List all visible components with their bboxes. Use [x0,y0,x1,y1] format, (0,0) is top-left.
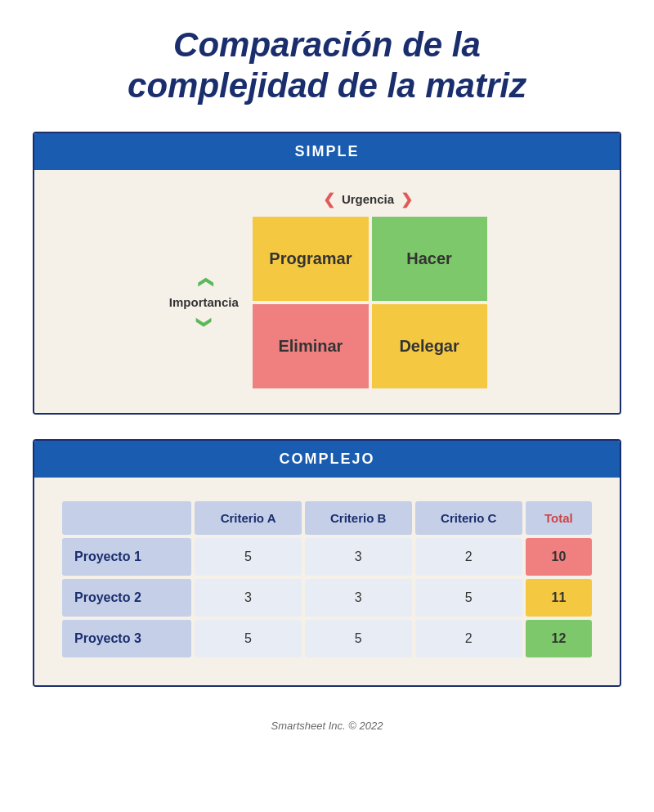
simple-section: SIMPLE ❮ Urgencia ❯ ❯ Importancia ❯ Prog… [33,132,621,415]
col-header-empty [62,501,191,535]
table-row: Proyecto 2 3 3 5 11 [62,579,592,617]
row2-criterio-b: 3 [305,579,412,617]
simple-header: SIMPLE [34,133,620,170]
table-row: Proyecto 3 5 5 2 12 [62,620,592,657]
row2-total: 11 [526,579,592,617]
col-header-criterio-a: Criterio A [195,501,301,535]
complex-section: COMPLEJO Criterio A Criterio B Criterio … [33,439,621,687]
col-header-total: Total [526,501,592,535]
row-label-proyecto2: Proyecto 2 [62,579,191,617]
complex-body: Criterio A Criterio B Criterio C Total P… [34,478,620,685]
importancia-label-container: ❯ Importancia ❯ [167,273,240,331]
row3-total: 12 [526,620,592,657]
row3-criterio-b: 5 [305,620,412,657]
row1-criterio-b: 3 [305,538,412,576]
complex-table: Criterio A Criterio B Criterio C Total P… [59,498,595,661]
col-header-criterio-b: Criterio B [305,501,412,535]
table-header-row: Criterio A Criterio B Criterio C Total [62,501,592,535]
cell-eliminar: Eliminar [253,304,368,388]
importancia-label: Importancia [169,295,239,309]
page-title: Comparación de la complejidad de la matr… [128,25,526,107]
row-label-proyecto1: Proyecto 1 [62,538,191,576]
row2-criterio-c: 5 [415,579,522,617]
matrix-with-importance: ❯ Importancia ❯ Programar Hacer Eliminar… [167,217,486,388]
row1-criterio-a: 5 [195,538,301,576]
row2-criterio-a: 3 [195,579,301,617]
urgencia-label-row: ❮ Urgencia ❯ [323,191,413,209]
urgencia-right-arrow: ❯ [401,191,413,209]
col-header-criterio-c: Criterio C [415,501,522,535]
table-row: Proyecto 1 5 3 2 10 [62,538,592,576]
footer-text: Smartsheet Inc. © 2022 [271,720,383,732]
matrix-grid: Programar Hacer Eliminar Delegar [253,217,486,388]
cell-hacer: Hacer [372,217,487,301]
simple-matrix: ❮ Urgencia ❯ ❯ Importancia ❯ Programar H… [59,191,595,388]
row-label-proyecto3: Proyecto 3 [62,620,191,657]
row1-total: 10 [526,538,592,576]
cell-delegar: Delegar [372,304,487,388]
complex-header: COMPLEJO [34,441,620,478]
urgencia-label: Urgencia [342,192,394,206]
row3-criterio-c: 2 [415,620,522,657]
importancia-up-arrow: ❯ [195,276,213,289]
row3-criterio-a: 5 [195,620,301,657]
urgencia-left-arrow: ❮ [323,191,335,209]
importancia-down-arrow: ❯ [195,316,213,329]
cell-programar: Programar [253,217,368,301]
row1-criterio-c: 2 [415,538,522,576]
